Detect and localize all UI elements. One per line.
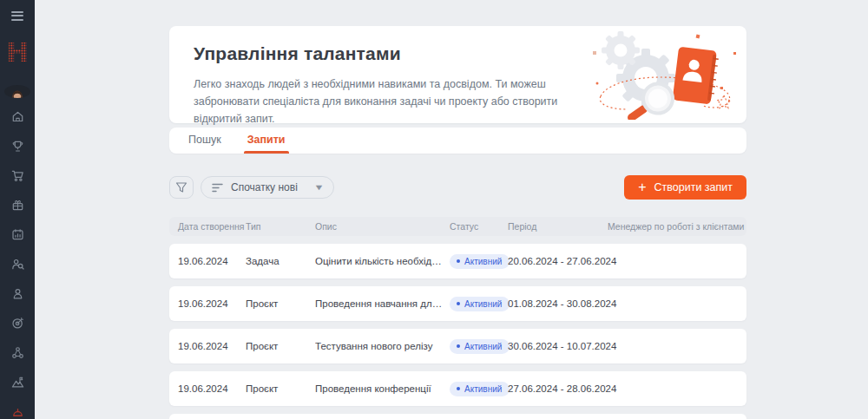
col-period: Період	[508, 221, 608, 232]
cell-date: 19.06.2024	[178, 383, 246, 394]
user-search-icon[interactable]	[10, 257, 25, 272]
cell-period: 01.08.2024 - 30.08.2024	[508, 298, 608, 309]
page-header-card: Управління талантами Легко знаходь людей…	[169, 26, 746, 123]
status-badge: Активний	[450, 382, 510, 396]
sort-dropdown[interactable]: Спочатку нові ▼	[201, 176, 334, 199]
col-status: Статус	[450, 221, 508, 232]
col-description: Опис	[315, 221, 450, 232]
col-manager: Менеджер по роботі з клієнтами	[608, 221, 744, 232]
status-badge: Активний	[450, 297, 510, 311]
home-icon[interactable]	[10, 109, 25, 124]
user-icon[interactable]	[10, 286, 25, 301]
main-area: Управління талантами Легко знаходь людей…	[35, 0, 868, 419]
cell-status: Активний	[450, 297, 508, 311]
cell-status: Активний	[450, 254, 508, 269]
col-type: Тип	[246, 221, 315, 232]
cell-period: 20.06.2024 - 27.06.2024	[508, 256, 608, 266]
toolbar: Спочатку нові ▼ + Створити запит	[169, 175, 746, 200]
mountains-goal-icon[interactable]	[10, 375, 25, 390]
sidebar-nav	[10, 109, 25, 419]
logo-letter: H	[6, 36, 29, 68]
alert-red-icon[interactable]	[10, 404, 25, 419]
sort-icon	[212, 183, 223, 193]
status-badge: Активний	[450, 254, 510, 269]
cell-status: Активний	[450, 382, 508, 396]
trophy-icon[interactable]	[10, 139, 25, 154]
gift-icon[interactable]	[10, 198, 25, 213]
status-badge: Активний	[450, 339, 510, 354]
page-description: Легко знаходь людей з необхідними навика…	[194, 75, 597, 128]
target-icon[interactable]	[10, 316, 25, 331]
calendar-report-icon[interactable]	[10, 227, 25, 242]
create-request-label: Створити запит	[654, 181, 733, 193]
table-row[interactable]: 19.06.2024 Проєкт Проведення навчання дл…	[169, 286, 746, 321]
table-row[interactable]: 19.06.2024 Проєкт Тестування нового релі…	[169, 329, 746, 363]
col-date: Дата створення	[178, 221, 246, 232]
tab-search[interactable]: Пошук	[188, 134, 221, 154]
create-request-button[interactable]: + Створити запит	[624, 175, 746, 200]
plus-icon: +	[638, 180, 646, 194]
table-row[interactable]: 19.06.2024 Задача Оцінити кількість необ…	[169, 244, 746, 278]
cell-status: Активний	[450, 339, 508, 354]
cell-type: Проєкт	[246, 383, 315, 394]
funnel-icon	[175, 181, 187, 193]
sidebar: H	[0, 0, 35, 419]
filter-button[interactable]	[169, 176, 194, 199]
cell-description: Тестування нового релізу	[315, 341, 450, 351]
cell-description: Проведення навчання для клієнта...	[315, 298, 450, 309]
menu-toggle-icon[interactable]	[11, 9, 23, 23]
cell-description: Оцінити кількість необхідних ресу...	[315, 256, 450, 266]
org-structure-icon[interactable]	[10, 345, 25, 360]
cell-period: 30.06.2024 - 10.07.2024	[508, 341, 608, 351]
chevron-down-icon: ▼	[313, 183, 324, 192]
user-avatar[interactable]	[4, 85, 30, 98]
app-root: H	[0, 0, 868, 419]
cell-date: 19.06.2024	[178, 256, 246, 266]
cell-type: Проєкт	[246, 341, 315, 351]
tabs-bar: Пошук Запити	[169, 128, 746, 154]
table-header: Дата створення Тип Опис Статус Період Ме…	[169, 217, 746, 236]
talent-illustration	[592, 29, 740, 123]
cell-type: Проєкт	[246, 298, 315, 309]
sort-selected-value: Спочатку нові	[231, 181, 298, 193]
cell-date: 19.06.2024	[178, 341, 246, 351]
cart-icon[interactable]	[10, 168, 25, 183]
brand-logo-h[interactable]: H	[5, 36, 30, 71]
tab-requests[interactable]: Запити	[247, 134, 286, 154]
table-row[interactable]	[169, 414, 746, 419]
table-row[interactable]: 19.06.2024 Проєкт Проведення конференції…	[169, 371, 746, 406]
cell-date: 19.06.2024	[178, 298, 246, 309]
cell-description: Проведення конференції	[315, 383, 450, 394]
cell-period: 27.06.2024 - 28.06.2024	[508, 383, 608, 394]
cell-type: Задача	[246, 256, 315, 266]
